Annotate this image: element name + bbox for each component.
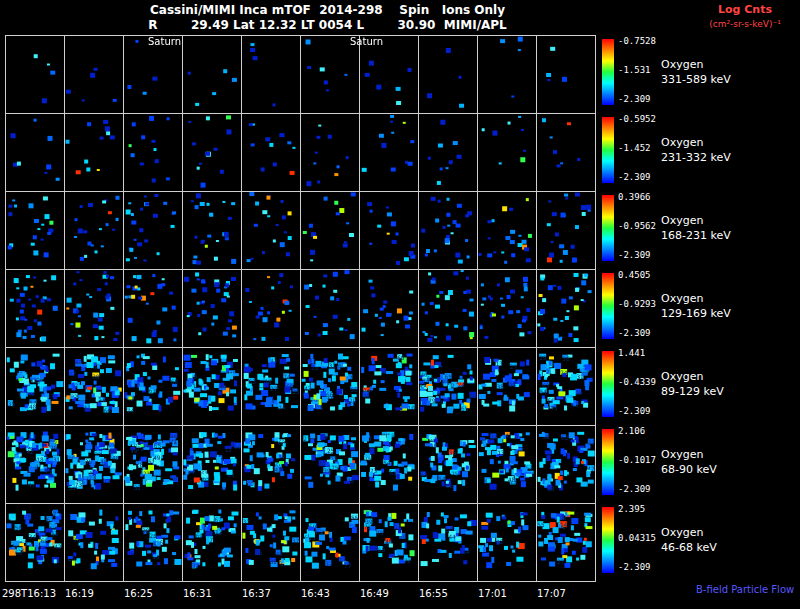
panel-canvas xyxy=(537,36,595,113)
spectrogram-panel xyxy=(65,504,123,581)
spectrogram-panel xyxy=(242,426,300,503)
colorbar-tick-mid: -0.9293 xyxy=(618,299,656,309)
colorbar-tick-max: 0.3966 xyxy=(618,192,651,202)
colorbar-tick-mid: -0.1017 xyxy=(618,455,656,465)
spectrogram-panel xyxy=(242,504,300,581)
spectrogram-panel xyxy=(301,36,359,113)
spectrogram-panel xyxy=(301,192,359,269)
time-axis-label: 17:01 xyxy=(478,588,507,599)
panel-canvas xyxy=(537,504,595,581)
panel-canvas xyxy=(360,426,418,503)
spectrogram-panel xyxy=(65,348,123,425)
spectrogram-panel xyxy=(124,504,182,581)
panel-canvas xyxy=(124,348,182,425)
panel-canvas xyxy=(124,114,182,191)
spectrogram-panel xyxy=(360,36,418,113)
spectrogram-panel xyxy=(360,114,418,191)
row-species-label: Oxygen xyxy=(661,292,703,305)
panel-canvas xyxy=(183,114,241,191)
colorbar-tick-max: 0.4505 xyxy=(618,270,651,280)
spectrogram-panel xyxy=(478,36,536,113)
row-species-label: Oxygen xyxy=(661,214,703,227)
spectrogram-panel xyxy=(537,426,595,503)
row-energy-label: 168-231 keV xyxy=(661,229,731,242)
row-energy-label: 68-90 keV xyxy=(661,463,717,476)
colorbar-tick-max: 2.106 xyxy=(618,426,645,436)
colorbar xyxy=(602,195,614,261)
panel-canvas xyxy=(301,426,359,503)
spectrogram-panel xyxy=(478,114,536,191)
colorbar xyxy=(602,429,614,495)
colorbar xyxy=(602,273,614,339)
colorbar-legend-units: (cm²-sr-s-keV)⁻¹ xyxy=(692,19,798,29)
panel-canvas xyxy=(124,426,182,503)
spectrogram-panel xyxy=(124,270,182,347)
spectrogram-panel xyxy=(537,114,595,191)
spectrogram-panel xyxy=(360,270,418,347)
panel-canvas xyxy=(419,348,477,425)
plot-title: Cassini/MIMI Inca mTOF 2014-298 Spin Ion… xyxy=(0,3,655,17)
panel-canvas xyxy=(360,36,418,113)
row-energy-label: 89-129 keV xyxy=(661,385,724,398)
spectrogram-panel xyxy=(65,426,123,503)
panel-canvas xyxy=(419,36,477,113)
panel-canvas xyxy=(360,192,418,269)
panel-canvas xyxy=(65,114,123,191)
panel-canvas xyxy=(537,114,595,191)
spectrogram-panel xyxy=(537,348,595,425)
panel-canvas xyxy=(124,504,182,581)
spectrogram-panel xyxy=(419,270,477,347)
panel-canvas xyxy=(419,504,477,581)
spectrogram-panel xyxy=(360,426,418,503)
spectrogram-panel xyxy=(124,426,182,503)
colorbar-tick-min: -2.309 xyxy=(618,484,651,494)
panel-canvas xyxy=(65,348,123,425)
spectrogram-panel xyxy=(301,504,359,581)
spectrogram-panel xyxy=(419,348,477,425)
spectrogram-panel xyxy=(301,348,359,425)
panel-canvas xyxy=(6,504,64,581)
time-axis-label: 16:19 xyxy=(65,588,94,599)
panel-canvas xyxy=(301,270,359,347)
spectrogram-panel xyxy=(301,270,359,347)
spectrogram-panel xyxy=(6,426,64,503)
panel-canvas xyxy=(360,348,418,425)
spectrogram-panel xyxy=(537,36,595,113)
time-axis-label: 298T16:13 xyxy=(2,588,56,599)
panel-canvas xyxy=(183,192,241,269)
spectrogram-panel xyxy=(183,192,241,269)
panel-canvas xyxy=(65,504,123,581)
colorbar-tick-max: 2.395 xyxy=(618,504,645,514)
saturn-annotation: Saturn xyxy=(350,36,383,47)
spectrogram-panel xyxy=(242,270,300,347)
spectrogram-panel xyxy=(65,114,123,191)
spectrogram-panel xyxy=(6,36,64,113)
saturn-annotation: Saturn xyxy=(148,36,181,47)
colorbar xyxy=(602,117,614,183)
spectrogram-panel xyxy=(301,426,359,503)
spectrogram-panel xyxy=(478,348,536,425)
time-axis-label: 16:43 xyxy=(301,588,330,599)
panel-canvas xyxy=(478,504,536,581)
spectrogram-grid xyxy=(5,35,596,582)
colorbar xyxy=(602,351,614,417)
panel-canvas xyxy=(478,348,536,425)
panel-canvas xyxy=(124,270,182,347)
spectrogram-panel xyxy=(478,192,536,269)
panel-canvas xyxy=(242,114,300,191)
spectrogram-panel xyxy=(65,36,123,113)
spectrogram-panel xyxy=(183,270,241,347)
colorbar-tick-mid: -1.531 xyxy=(618,65,651,75)
colorbar xyxy=(602,507,614,573)
plot-subtitle: R 29.49 Lat 12.32 LT 0054 L 30.90 MIMI/A… xyxy=(0,18,655,32)
colorbar-legend: Log Cnts (cm²-sr-s-keV)⁻¹ xyxy=(692,3,798,29)
spectrogram-panel xyxy=(124,192,182,269)
time-axis-label: 17:07 xyxy=(537,588,566,599)
spectrogram-panel xyxy=(419,192,477,269)
spectrogram-panel xyxy=(183,426,241,503)
spectrogram-panel xyxy=(124,36,182,113)
spectrogram-panel xyxy=(6,270,64,347)
colorbar-tick-max: -0.7528 xyxy=(618,36,656,46)
time-axis-label: 16:55 xyxy=(419,588,448,599)
colorbar-tick-max: -0.5952 xyxy=(618,114,656,124)
